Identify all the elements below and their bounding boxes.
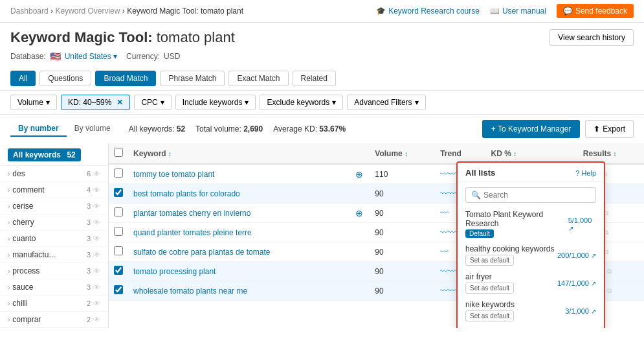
- top-navigation: Dashboard › Keyword Overview › Keyword M…: [0, 0, 644, 23]
- chevron-right-icon: ›: [8, 235, 10, 242]
- keyword-link[interactable]: tommy toe tomato plant: [133, 170, 345, 179]
- country-selector[interactable]: United States ▾: [65, 52, 117, 61]
- sidebar-item-sauce[interactable]: › sauce 3 👁: [0, 279, 108, 296]
- tab-questions[interactable]: Questions: [39, 71, 91, 86]
- keyword-link[interactable]: sulfato de cobre para plantas de tomate: [133, 248, 345, 257]
- keyword-link[interactable]: quand planter tomates pleine terre: [133, 228, 345, 237]
- trend-sparkline: 〰〰: [440, 189, 456, 198]
- chevron-right-icon: ›: [8, 203, 10, 210]
- chevron-right-icon: ›: [8, 316, 10, 323]
- keyword-link[interactable]: plantar tomates cherry en invierno: [133, 209, 345, 218]
- sidebar-all-keywords-header: All keywords 52: [0, 146, 108, 166]
- row-checkbox[interactable]: [114, 188, 123, 197]
- row-checkbox[interactable]: [114, 207, 123, 216]
- select-all-checkbox[interactable]: [114, 148, 123, 157]
- tab-phrase-match[interactable]: Phrase Match: [160, 71, 225, 86]
- list-item-healthy-cooking[interactable]: healthy cooking keywords Set as default …: [458, 241, 604, 269]
- advanced-filters[interactable]: Advanced Filters ▾: [347, 95, 425, 110]
- list-item-adidas-top100[interactable]: adidas top 100 79/1,000 ↗: [458, 325, 604, 328]
- volume-filter[interactable]: Volume ▾: [10, 95, 57, 110]
- row-checkbox[interactable]: [114, 227, 123, 236]
- sidebar-item-cuanto[interactable]: › cuanto 3 👁: [0, 231, 108, 247]
- send-feedback-button[interactable]: 💬 Send feedback: [557, 4, 634, 18]
- chevron-right-icon: ›: [8, 300, 10, 307]
- eye-icon: 👁: [93, 283, 100, 291]
- breadcrumb: Dashboard › Keyword Overview › Keyword M…: [10, 6, 243, 16]
- sidebar-item-cerise[interactable]: › cerise 3 👁: [0, 198, 108, 215]
- sidebar-item-process[interactable]: › process 3 👁: [0, 263, 108, 279]
- trend-sparkline: 〰〰: [440, 169, 456, 179]
- include-keywords-filter[interactable]: Include keywords ▾: [175, 95, 256, 110]
- trend-sparkline: 〰〰: [440, 266, 456, 276]
- set-default-button[interactable]: Set as default: [465, 255, 514, 266]
- sidebar: All keywords 52 › des 6 👁 › comment 4 👁: [0, 143, 109, 328]
- breadcrumb-keyword-overview[interactable]: Keyword Overview: [55, 6, 120, 16]
- subheader: Database: 🇺🇸 United States ▾ Currency: U…: [0, 50, 644, 67]
- to-keyword-manager-button[interactable]: + To Keyword Manager: [482, 120, 581, 138]
- tab-broad-match[interactable]: Broad Match: [95, 71, 156, 86]
- add-to-list-icon[interactable]: ⊕: [355, 208, 363, 218]
- kd-filter[interactable]: KD: 40–59% ✕: [61, 95, 130, 110]
- export-button[interactable]: ⬆ Export: [585, 120, 634, 138]
- top-nav-links: 🎓 Keyword Research course 📖 User manual …: [376, 4, 634, 18]
- keyword-column-header: Keyword ↕: [128, 143, 350, 164]
- chevron-right-icon: ›: [8, 219, 10, 226]
- set-default-button[interactable]: Set as default: [465, 310, 514, 321]
- export-icon: ⬆: [594, 124, 600, 134]
- kd-filter-clear[interactable]: ✕: [117, 98, 123, 107]
- graduation-icon: 🎓: [376, 6, 386, 16]
- sidebar-item-manufactu[interactable]: › manufactu... 3 👁: [0, 247, 108, 263]
- eye-icon: 👁: [93, 186, 100, 194]
- row-checkbox[interactable]: [114, 266, 123, 275]
- tab-related[interactable]: Related: [293, 71, 336, 86]
- sidebar-item-comment[interactable]: › comment 4 👁: [0, 182, 108, 198]
- tab-all[interactable]: All: [10, 71, 36, 86]
- dropdown-search-container: 🔍: [465, 187, 596, 203]
- tab-exact-match[interactable]: Exact Match: [228, 71, 288, 86]
- trend-sparkline: 〰: [440, 208, 448, 218]
- view-toggle: By number By volume All keywords: 52 Tot…: [10, 121, 346, 137]
- row-checkbox[interactable]: [114, 285, 123, 294]
- page-header: Keyword Magic Tool: tomato plant View se…: [0, 23, 644, 50]
- row-checkbox[interactable]: [114, 246, 123, 255]
- sidebar-item-des[interactable]: › des 6 👁: [0, 166, 108, 182]
- trend-sparkline: 〰〰: [440, 286, 456, 296]
- kw-research-course-link[interactable]: 🎓 Keyword Research course: [376, 6, 480, 16]
- add-to-list-icon[interactable]: ⊕: [355, 169, 363, 180]
- sidebar-item-chilli[interactable]: › chilli 2 👁: [0, 296, 108, 312]
- list-item-tomato-plant[interactable]: Tomato Plant Keyword Research Default 5/…: [458, 207, 604, 241]
- filter-row: Volume ▾ KD: 40–59% ✕ CPC ▾ Include keyw…: [0, 91, 644, 115]
- by-number-tab[interactable]: By number: [10, 121, 67, 137]
- list-item-air-fryer[interactable]: air fryer Set as default 147/1,000 ↗: [458, 269, 604, 297]
- breadcrumb-current: Keyword Magic Tool:: [127, 6, 199, 16]
- all-lists-dropdown: All lists ? Help 🔍 Tomato Plant Keyword …: [456, 161, 605, 328]
- user-manual-link[interactable]: 📖 User manual: [490, 6, 546, 16]
- sidebar-item-cherry[interactable]: › cherry 3 👁: [0, 215, 108, 231]
- eye-icon: 👁: [93, 218, 100, 226]
- set-default-button[interactable]: Set as default: [465, 283, 514, 294]
- external-link-icon: ↗: [591, 308, 596, 315]
- dropdown-header: All lists ? Help: [458, 163, 604, 182]
- search-icon: 🔍: [471, 191, 481, 200]
- country-flag: 🇺🇸: [50, 51, 61, 62]
- external-link-icon: ↗: [568, 225, 573, 232]
- sidebar-item-comprar[interactable]: › comprar 2 👁: [0, 312, 108, 328]
- chevron-right-icon: ›: [8, 187, 10, 194]
- keyword-link[interactable]: best tomato plants for colorado: [133, 189, 345, 198]
- keyword-link[interactable]: tomato processing plant: [133, 267, 345, 276]
- exclude-keywords-filter[interactable]: Exclude keywords ▾: [260, 95, 343, 110]
- keyword-link[interactable]: wholesale tomato plants near me: [133, 286, 345, 296]
- list-item-nike-keywords[interactable]: nike keywords Set as default 3/1,000 ↗: [458, 297, 604, 325]
- breadcrumb-dashboard[interactable]: Dashboard: [10, 6, 49, 16]
- external-link-icon: ↗: [591, 280, 596, 287]
- chevron-right-icon: ›: [8, 170, 10, 178]
- view-search-history-button[interactable]: View search history: [550, 29, 634, 46]
- row-checkbox[interactable]: [114, 169, 123, 178]
- by-volume-tab[interactable]: By volume: [67, 121, 118, 137]
- cpc-filter[interactable]: CPC ▾: [134, 95, 171, 110]
- all-keywords-item[interactable]: All keywords 52: [8, 148, 81, 161]
- dropdown-help-link[interactable]: ? Help: [575, 169, 596, 177]
- eye-icon: 👁: [93, 299, 100, 307]
- dropdown-search-input[interactable]: [483, 191, 590, 200]
- keyword-table-area: Keyword ↕ Volume ↕ Trend KD % ↕ Results …: [109, 143, 644, 328]
